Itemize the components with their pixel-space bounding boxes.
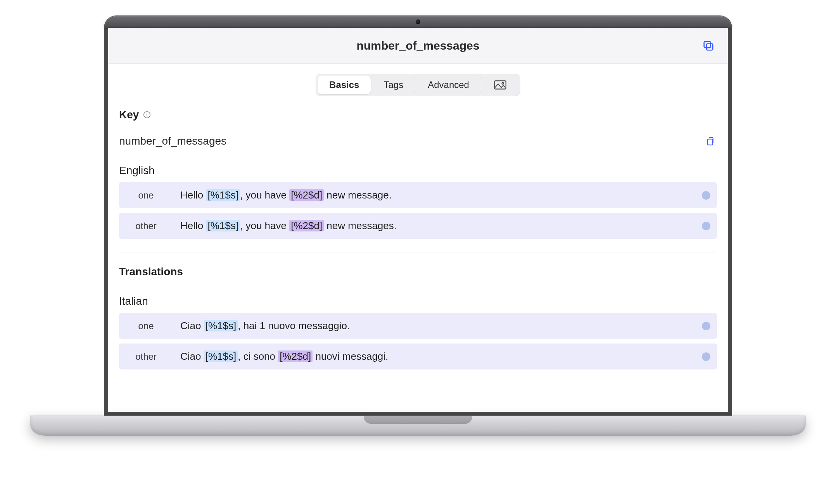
status-dot-icon bbox=[702, 191, 710, 200]
plural-category: other bbox=[119, 213, 173, 239]
laptop-mock: number_of_messages BasicsTagsAdvanced Ke… bbox=[104, 16, 732, 436]
tabbar-wrap: BasicsTagsAdvanced bbox=[108, 74, 728, 96]
copy-icon bbox=[701, 39, 715, 53]
placeholder-token[interactable]: [%2$d] bbox=[289, 220, 324, 231]
placeholder-token[interactable]: [%2$d] bbox=[289, 189, 324, 201]
svg-rect-2 bbox=[494, 81, 506, 89]
status-dot-icon bbox=[702, 352, 710, 361]
translations-section-title: Translations bbox=[119, 266, 717, 278]
info-icon[interactable] bbox=[143, 110, 151, 119]
plural-row[interactable]: otherCiao [%1$s], ci sono [%2$d] nuovi m… bbox=[119, 343, 717, 369]
screen: number_of_messages BasicsTagsAdvanced Ke… bbox=[108, 28, 728, 412]
status-cell[interactable] bbox=[695, 213, 717, 239]
tab-tags[interactable]: Tags bbox=[372, 76, 415, 94]
copy-key-button[interactable] bbox=[705, 135, 717, 147]
translation-plurals: oneCiao [%1$s], hai 1 nuovo messaggio.ot… bbox=[119, 313, 717, 369]
placeholder-token[interactable]: [%1$s] bbox=[204, 350, 238, 362]
status-dot-icon bbox=[702, 322, 710, 330]
tab-screenshots[interactable] bbox=[482, 76, 518, 94]
section-divider bbox=[119, 252, 717, 252]
image-icon bbox=[494, 80, 507, 90]
svg-point-6 bbox=[147, 113, 147, 113]
translation-language-title: Italian bbox=[119, 295, 717, 307]
status-cell[interactable] bbox=[695, 343, 717, 369]
key-value: number_of_messages bbox=[119, 135, 226, 147]
placeholder-token[interactable]: [%1$s] bbox=[206, 220, 240, 231]
plural-text[interactable]: Ciao [%1$s], ci sono [%2$d] nuovi messag… bbox=[173, 343, 695, 369]
tab-advanced[interactable]: Advanced bbox=[416, 76, 481, 94]
placeholder-token[interactable]: [%1$s] bbox=[206, 189, 240, 201]
plural-category: other bbox=[119, 343, 173, 369]
key-label: Key bbox=[119, 109, 139, 121]
source-plurals: oneHello [%1$s], you have [%2$d] new mes… bbox=[119, 182, 717, 239]
status-cell[interactable] bbox=[695, 182, 717, 208]
svg-rect-7 bbox=[708, 139, 713, 145]
svg-rect-1 bbox=[704, 41, 711, 48]
plural-text[interactable]: Hello [%1$s], you have [%2$d] new messag… bbox=[173, 182, 695, 208]
placeholder-token[interactable]: [%2$d] bbox=[278, 350, 313, 362]
page-title: number_of_messages bbox=[357, 39, 480, 52]
copy-button[interactable] bbox=[700, 37, 717, 54]
status-dot-icon bbox=[702, 222, 710, 230]
tab-basics[interactable]: Basics bbox=[318, 76, 371, 94]
copy-icon bbox=[705, 136, 716, 147]
camera-icon bbox=[416, 19, 420, 24]
plural-category: one bbox=[119, 182, 173, 208]
laptop-side-bezel: number_of_messages BasicsTagsAdvanced Ke… bbox=[104, 28, 732, 416]
content-area: Key number_of_messages bbox=[108, 96, 728, 412]
laptop-notch bbox=[364, 416, 472, 424]
status-cell[interactable] bbox=[695, 313, 717, 339]
plural-text[interactable]: Ciao [%1$s], hai 1 nuovo messaggio. bbox=[173, 313, 695, 339]
translations-list: ItalianoneCiao [%1$s], hai 1 nuovo messa… bbox=[119, 295, 717, 369]
key-row: number_of_messages bbox=[119, 135, 717, 147]
plural-text[interactable]: Hello [%1$s], you have [%2$d] new messag… bbox=[173, 213, 695, 239]
svg-point-3 bbox=[502, 83, 503, 84]
plural-category: one bbox=[119, 313, 173, 339]
segmented-control: BasicsTagsAdvanced bbox=[316, 74, 520, 96]
key-label-row: Key bbox=[119, 109, 717, 121]
plural-row[interactable]: oneHello [%1$s], you have [%2$d] new mes… bbox=[119, 182, 717, 208]
svg-rect-0 bbox=[706, 43, 713, 50]
plural-row[interactable]: otherHello [%1$s], you have [%2$d] new m… bbox=[119, 213, 717, 239]
plural-row[interactable]: oneCiao [%1$s], hai 1 nuovo messaggio. bbox=[119, 313, 717, 339]
laptop-top-bezel bbox=[104, 16, 732, 28]
placeholder-token[interactable]: [%1$s] bbox=[204, 320, 238, 331]
titlebar: number_of_messages bbox=[108, 28, 728, 64]
laptop-base bbox=[30, 416, 806, 436]
source-language-title: English bbox=[119, 164, 717, 177]
